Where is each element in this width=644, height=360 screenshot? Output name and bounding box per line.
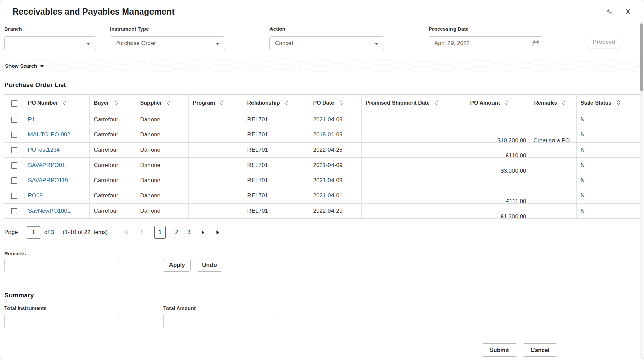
po-table: PO NumberBuyerSupplierProgramRelationshi… xyxy=(4,94,641,219)
column-header-program[interactable]: Program xyxy=(188,95,243,112)
row-checkbox[interactable] xyxy=(11,208,17,214)
remarks-input[interactable] xyxy=(4,258,119,272)
proceed-button[interactable]: Proceed xyxy=(587,36,621,48)
scrollbar-thumb[interactable] xyxy=(640,23,643,91)
row-checkbox[interactable] xyxy=(11,117,17,123)
po-number-link[interactable]: SAVAPRPO01 xyxy=(28,162,65,168)
submit-button[interactable]: Submit xyxy=(482,343,517,357)
column-header-buyer[interactable]: Buyer xyxy=(89,95,136,112)
cell-program xyxy=(188,204,243,219)
branch-select[interactable] xyxy=(4,36,96,50)
column-label: Relationship xyxy=(247,100,280,106)
po-number-link[interactable]: SavNewPO1001 xyxy=(28,208,71,214)
first-page-icon xyxy=(124,229,130,235)
cell-program xyxy=(188,158,243,173)
cell-stale_status: N xyxy=(576,188,641,204)
row-checkbox[interactable] xyxy=(11,147,17,153)
last-page-button[interactable] xyxy=(215,229,221,235)
sort-icon xyxy=(220,100,224,107)
collapse-icon xyxy=(606,8,613,15)
page-input[interactable] xyxy=(26,226,41,239)
cell-po_amount: £110.00 xyxy=(466,143,530,158)
chevron-down-icon xyxy=(375,43,379,45)
chevron-down-icon xyxy=(216,43,220,45)
total-instruments-label: Total Instruments xyxy=(4,305,119,311)
column-header-po_date[interactable]: PO Date xyxy=(309,95,361,112)
cell-supplier: Danone xyxy=(136,127,188,143)
column-header-po_number[interactable]: PO Number xyxy=(24,95,89,112)
select-all-checkbox[interactable] xyxy=(11,100,17,107)
po-number-link[interactable]: PO09 xyxy=(28,192,43,199)
row-checkbox[interactable] xyxy=(11,177,17,184)
sort-icon xyxy=(114,100,118,107)
first-page-button[interactable] xyxy=(124,229,130,235)
cell-buyer: Carrefour xyxy=(89,204,136,219)
action-select[interactable]: Cancel xyxy=(269,36,384,50)
items-count: (1-10 of 22 items) xyxy=(63,229,108,236)
column-label: Stale Status xyxy=(581,100,612,106)
action-label: Action xyxy=(269,26,384,32)
cell-promised_shipment_date xyxy=(361,158,466,173)
po-number-link[interactable]: P1 xyxy=(28,116,35,123)
cell-relationship: REL701 xyxy=(243,173,309,188)
row-checkbox[interactable] xyxy=(11,162,17,169)
row-checkbox[interactable] xyxy=(11,132,17,138)
row-checkbox[interactable] xyxy=(11,193,17,199)
sort-icon xyxy=(167,100,171,107)
next-page-icon xyxy=(200,229,206,235)
close-icon xyxy=(625,8,631,15)
column-header-supplier[interactable]: Supplier xyxy=(136,95,188,112)
calendar-icon[interactable] xyxy=(532,40,540,48)
summary-section: Summary Total Instruments Total Amount xyxy=(4,292,640,329)
undo-button[interactable]: Undo xyxy=(197,259,222,272)
po-number-link[interactable]: MAUTO-PO-902 xyxy=(28,131,71,138)
current-page[interactable]: 1 xyxy=(154,226,166,239)
action-value: Cancel xyxy=(275,40,293,47)
remarks-label: Remarks xyxy=(4,251,26,256)
cell-po_date: 2018-01-09 xyxy=(309,127,361,143)
column-header-po_amount[interactable]: PO Amount xyxy=(466,95,530,112)
cell-po_date: 2022-04-29 xyxy=(309,204,361,219)
previous-page-button[interactable] xyxy=(139,229,145,235)
column-label: Remarks xyxy=(534,100,557,106)
cell-promised_shipment_date xyxy=(361,112,466,127)
cell-relationship: REL701 xyxy=(243,127,309,143)
column-label: Supplier xyxy=(140,100,162,106)
cell-buyer: Carrefour xyxy=(89,173,136,188)
show-search-toggle[interactable]: Show Search xyxy=(5,63,44,69)
cell-remarks: Creating a PO xyxy=(530,127,576,143)
summary-fields: Total Instruments Total Amount xyxy=(4,305,640,329)
po-number-link[interactable]: SAVAPRPO119 xyxy=(28,177,68,184)
table-row: POTest1234CarrefourDanoneREL7012022-04-2… xyxy=(4,143,641,158)
cell-program xyxy=(188,112,243,127)
cell-stale_status: N xyxy=(576,204,641,219)
column-header-stale_status[interactable]: Stale Status xyxy=(576,95,641,112)
cell-buyer: Carrefour xyxy=(89,158,136,173)
po-number-link[interactable]: POTest1234 xyxy=(28,147,60,153)
total-amount-input[interactable] xyxy=(163,314,278,329)
scrollbar[interactable] xyxy=(640,23,643,359)
column-header-promised_shipment_date[interactable]: Promised Shipment Date xyxy=(361,95,466,112)
processing-date-input[interactable] xyxy=(434,40,527,47)
close-button[interactable] xyxy=(624,7,632,16)
sort-icon xyxy=(285,100,289,107)
page-link[interactable]: 2 xyxy=(175,229,178,236)
instrument-type-field: Instrument Type Purchase Order xyxy=(110,26,225,50)
instrument-type-select[interactable]: Purchase Order xyxy=(110,36,225,50)
column-header-remarks[interactable]: Remarks xyxy=(530,95,576,112)
apply-button[interactable]: Apply xyxy=(163,259,191,272)
total-instruments-input[interactable] xyxy=(4,314,119,329)
collapse-button[interactable] xyxy=(605,7,614,16)
search-band: Show Search xyxy=(0,59,644,72)
cell-supplier: Danone xyxy=(136,204,188,219)
next-page-button[interactable] xyxy=(200,229,206,235)
cell-promised_shipment_date xyxy=(361,143,466,158)
filters-section: Branch Instrument Type Purchase Order Ac… xyxy=(0,23,644,59)
column-header-relationship[interactable]: Relationship xyxy=(243,95,309,112)
table-row: P1CarrefourDanoneREL7012021-04-09N xyxy=(4,112,641,127)
sort-icon xyxy=(505,100,509,107)
cancel-button[interactable]: Cancel xyxy=(523,343,558,357)
pagination: Page of 3 (1-10 of 22 items) 1 23 xyxy=(4,226,640,239)
cell-stale_status: N xyxy=(576,173,641,188)
page-link[interactable]: 3 xyxy=(187,229,190,236)
